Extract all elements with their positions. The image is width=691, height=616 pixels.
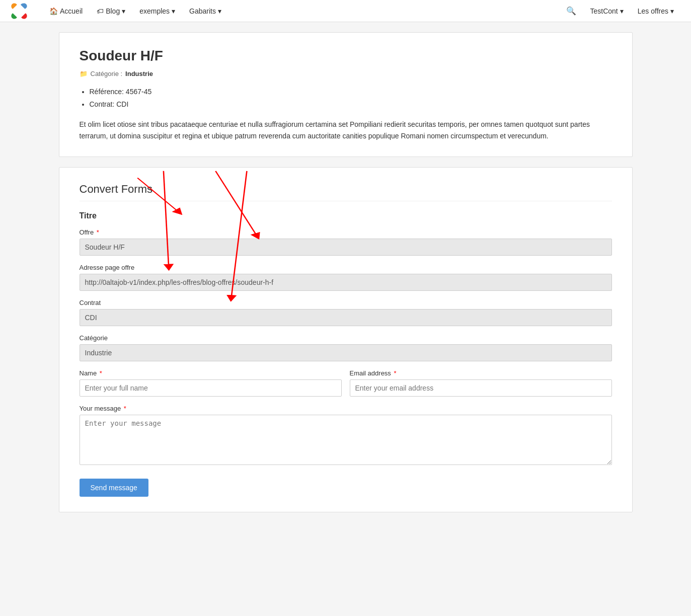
svg-line-1 [215,171,257,237]
form-subsection-title: Titre [80,211,612,220]
form-row-name-email: Name * Email address * [80,369,612,405]
form-group-contrat: Contrat [80,299,612,326]
nav-exemples[interactable]: exemples ▾ [132,2,182,20]
nav-items: 🏠 Accueil 🏷 Blog ▾ exemples ▾ Gabarits ▾ [42,2,555,20]
form-group-email: Email address * [350,369,612,397]
joomla-logo [10,2,28,20]
offre-label: Offre * [80,228,612,236]
send-button[interactable]: Send message [80,479,148,497]
form-group-adresse: Adresse page offre [80,264,612,291]
home-icon: 🏠 [49,7,58,15]
form-group-name: Name * [80,369,342,397]
contrat-input[interactable] [80,309,612,326]
offre-input[interactable] [80,239,612,256]
contrat-item: Contrat: CDI [90,98,612,111]
categorie-label: Catégorie [80,334,612,342]
email-input[interactable] [350,379,612,397]
reference-item: Référence: 4567-45 [90,86,612,98]
nav-testcont[interactable]: TestCont ▾ [583,2,631,20]
chevron-down-icon: ▾ [218,7,221,15]
tag-icon: 🏷 [97,7,104,15]
chevron-down-icon: ▾ [620,7,624,15]
form-group-offre: Offre * [80,228,612,256]
form-section-title: Convert Forms [80,183,612,201]
article-meta: Référence: 4567-45 Contrat: CDI [90,86,612,111]
chevron-down-icon: ▾ [122,7,125,15]
name-input[interactable] [80,379,342,397]
folder-icon: 📁 [80,70,88,78]
nav-les-offres-label: Les offres [638,7,668,15]
nav-exemples-label: exemples [139,7,170,15]
contrat-label: Contrat [80,299,612,306]
article-title: Soudeur H/F [80,48,612,64]
search-button[interactable]: 🔍 [559,2,583,20]
adresse-label: Adresse page offre [80,264,612,271]
nav-gabarits[interactable]: Gabarits ▾ [182,2,228,20]
message-textarea[interactable] [80,415,612,465]
nav-accueil[interactable]: 🏠 Accueil [42,2,90,20]
form-group-categorie: Catégorie [80,334,612,361]
page-content: Soudeur H/F 📁 Catégorie : Industrie Réfé… [49,32,643,512]
nav-right: 🔍 TestCont ▾ Les offres ▾ [559,2,681,20]
message-label: Your message * [80,405,612,412]
article-card: Soudeur H/F 📁 Catégorie : Industrie Réfé… [59,32,633,157]
name-label: Name * [80,369,342,377]
category-line: 📁 Catégorie : Industrie [80,70,612,78]
email-label: Email address * [350,369,612,377]
form-group-message: Your message * [80,405,612,467]
categorie-input[interactable] [80,344,612,361]
category-label: Catégorie : [91,70,123,78]
nav-blog-label: Blog [106,7,120,15]
nav-testcont-label: TestCont [590,7,618,15]
nav-gabarits-label: Gabarits [189,7,216,15]
chevron-down-icon: ▾ [670,7,674,15]
nav-blog[interactable]: 🏷 Blog ▾ [90,2,132,20]
form-card: Convert Forms Titre Offre * Adresse page… [59,167,633,512]
adresse-input[interactable] [80,274,612,291]
category-value: Industrie [125,70,153,78]
article-body: Et olim licet otiose sint tribus pacatae… [80,119,612,141]
nav-accueil-label: Accueil [60,7,83,15]
chevron-down-icon: ▾ [172,7,175,15]
nav-les-offres[interactable]: Les offres ▾ [631,2,681,20]
